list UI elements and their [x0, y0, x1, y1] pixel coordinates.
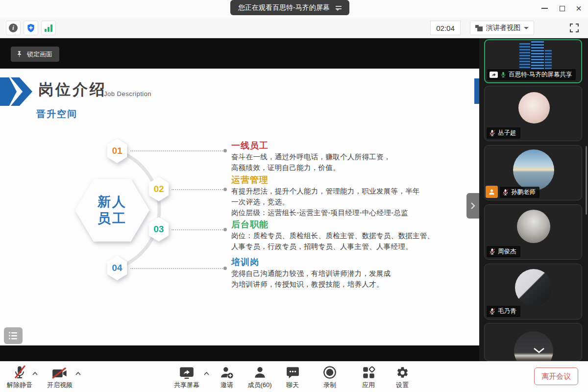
maximize-button[interactable] [555, 2, 569, 15]
participant-label: 百思特-马齐的屏幕共享 [487, 69, 576, 80]
step-body-2: 有提升想法，提升个人能力，管理能力，职业发展等，半年 一次评选，竞选。 岗位层级… [231, 186, 420, 218]
watching-banner: 您正在观看百思特-马齐的屏幕 [230, 0, 349, 15]
avatar [518, 92, 550, 123]
minimize-button[interactable] [537, 2, 552, 15]
lock-view-button[interactable]: 锁定画面 [11, 47, 59, 62]
presentation-slide: 岗位介绍 Job Description 晋升空间 新人 员工 01 [0, 69, 479, 345]
step-body-1: 奋斗在一线，通过外呼电话，赚取个人所得工资， 高额绩效，证明自己能力，价值。 [231, 151, 391, 173]
chevron-down-icon [533, 347, 545, 354]
mic-muted-icon [502, 189, 509, 196]
share-screen-icon [179, 367, 194, 379]
leader-dot-04 [223, 267, 227, 270]
lock-view-label: 锁定画面 [27, 50, 52, 59]
participant-label: 孙鹏老师 [500, 187, 539, 198]
mic-muted-icon [489, 248, 495, 255]
step-hexagon-04: 04 [106, 256, 128, 280]
members-icon [253, 366, 267, 379]
shared-screen-area: 锁定画面 岗位介绍 Job Description 晋升空间 新人 员工 [0, 38, 479, 361]
participant-label: 毛乃青 [487, 306, 520, 317]
step-body-3: 岗位：质检专员、质检组长、质检主管、数据专员、数据主管、 人事专员，行政专员，招… [231, 230, 434, 252]
chat-button[interactable]: 聊天 [271, 365, 314, 390]
person-icon [488, 188, 495, 196]
signal-bars-icon [44, 24, 53, 32]
chat-icon [286, 367, 299, 379]
list-icon [8, 331, 18, 340]
meeting-toolbar: i 02:04 演讲者视图 [0, 18, 588, 38]
avatar [517, 210, 550, 243]
pin-icon [16, 50, 23, 58]
avatar [515, 269, 552, 306]
unmute-options-chevron[interactable] [31, 370, 38, 376]
participant-tile-screen-share[interactable]: 百思特-马齐的屏幕共享 [484, 39, 582, 83]
fullscreen-button[interactable] [567, 21, 581, 35]
meeting-window: 您正在观看百思特-马齐的屏幕 × i [0, 0, 588, 392]
start-video-button[interactable]: 开启视频 [39, 365, 81, 390]
leader-line-02 [172, 189, 224, 190]
step-body-4: 觉得自己沟通能力较强，有培训讲师潜力，发展成 为培训讲师，传授知识，教授技能，培… [231, 268, 391, 290]
maximize-icon [560, 6, 565, 11]
shield-plus-icon [26, 23, 36, 33]
step-heading-3: 后台职能 [231, 219, 269, 230]
collapse-sidebar-button[interactable] [466, 193, 479, 219]
close-icon: × [576, 3, 582, 13]
view-mode-label: 演讲者视图 [486, 24, 520, 32]
meeting-info-button[interactable]: i [6, 21, 21, 35]
screen-share-icon [490, 72, 498, 78]
sidebar-scrollbar[interactable] [586, 146, 587, 215]
chevron-right-icon [470, 202, 476, 210]
bottom-toolbar: 解除静音 开启视频 [0, 361, 588, 392]
close-button[interactable]: × [571, 2, 586, 15]
step-heading-2: 运营管理 [231, 174, 269, 186]
chevron-up-icon [75, 372, 81, 375]
avatar [513, 149, 554, 191]
participant-label: 丛子超 [487, 127, 520, 139]
start-video-options-chevron[interactable] [74, 370, 81, 376]
meeting-timer: 02:04 [430, 21, 461, 35]
step-hexagon-02: 02 [147, 177, 170, 201]
participant-label: 周俊杰 [487, 246, 520, 257]
leave-meeting-button[interactable]: 离开会议 [534, 368, 578, 385]
watching-banner-text: 您正在观看百思特-马齐的屏幕 [238, 3, 330, 12]
mic-muted-icon [489, 129, 495, 137]
participant-tile[interactable]: 孙鹏老师 [484, 145, 582, 200]
mic-muted-icon [13, 366, 26, 379]
mic-muted-icon [489, 308, 495, 315]
network-quality-button[interactable] [41, 21, 56, 35]
slide-section-heading: 晋升空间 [36, 108, 77, 121]
leader-dot-03 [223, 228, 227, 231]
security-button[interactable] [24, 21, 38, 35]
scroll-down-button[interactable] [528, 344, 550, 357]
slide-title-en: Job Description [104, 90, 151, 98]
title-chevrons-decoration [0, 77, 34, 106]
participant-tile[interactable] [484, 323, 582, 361]
invite-person-icon [220, 366, 234, 379]
participants-sidebar: 百思特-马齐的屏幕共享 丛子超 [479, 38, 588, 361]
step-hexagon-01: 01 [106, 139, 128, 163]
slide-right-decoration [474, 78, 479, 104]
chevron-up-icon [32, 372, 38, 375]
slide-list-button[interactable] [4, 327, 23, 344]
new-employee-hexagon: 新人 员工 [75, 175, 149, 245]
leader-line-01 [130, 150, 224, 151]
record-button[interactable]: 录制 [309, 365, 351, 390]
fullscreen-icon [569, 23, 579, 33]
view-mode-button[interactable]: 演讲者视图 [470, 21, 534, 35]
window-titlebar: 您正在观看百思特-马齐的屏幕 × [0, 0, 588, 18]
step-hexagon-03: 03 [147, 217, 170, 242]
settings-button[interactable]: 设置 [381, 365, 423, 390]
step-heading-1: 一线员工 [231, 140, 269, 151]
banner-menu-icon[interactable] [336, 5, 343, 11]
leader-dot-02 [223, 188, 227, 191]
gear-icon [396, 366, 409, 379]
record-icon [323, 366, 337, 379]
info-icon: i [9, 24, 18, 32]
participant-tile[interactable]: 毛乃青 [484, 264, 582, 319]
step-heading-4: 培训岗 [231, 256, 259, 268]
participant-tile[interactable]: 丛子超 [484, 86, 582, 141]
layout-icon [475, 25, 483, 31]
participant-tile[interactable]: 周俊杰 [484, 204, 582, 260]
leader-line-04 [130, 268, 224, 269]
unmute-button[interactable]: 解除静音 [0, 365, 41, 390]
chevron-down-icon [524, 27, 529, 29]
share-screen-button[interactable]: 共享屏幕 [166, 365, 208, 390]
